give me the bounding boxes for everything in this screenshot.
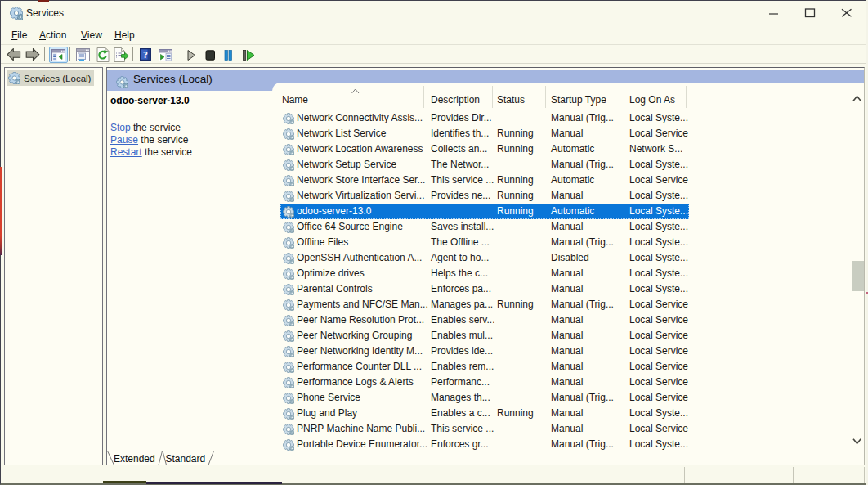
- svg-text:?: ?: [143, 49, 148, 61]
